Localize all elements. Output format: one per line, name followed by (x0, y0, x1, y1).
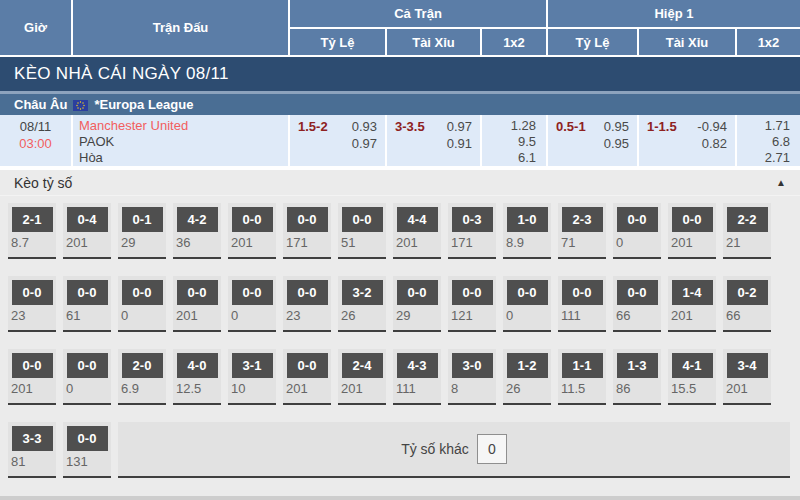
h1-handicap-odd-1: 0.95 (604, 118, 629, 135)
score-bet-cell[interactable]: 0-0111 (558, 276, 606, 332)
ft-overunder-cell[interactable]: 3-3.50.97 0.91 (387, 115, 480, 166)
score-bet-cell[interactable]: 4-115.5 (668, 349, 716, 405)
score-bet-cell[interactable]: 0-0201 (8, 349, 56, 405)
score-bet-cell[interactable]: 1-386 (613, 349, 661, 405)
collapse-triangle-icon[interactable]: ▲ (776, 177, 786, 188)
score-bet-cell[interactable]: 3-110 (228, 349, 276, 405)
score-bet-cell[interactable]: 0-066 (613, 276, 661, 332)
score-bet-cell[interactable]: 0-051 (338, 203, 386, 259)
score-odd: 12.5 (173, 378, 221, 396)
score-bet-cell[interactable]: 0-023 (283, 276, 331, 332)
score-chip: 3-4 (727, 353, 768, 378)
score-bet-cell[interactable]: 2-371 (558, 203, 606, 259)
score-bet-cell[interactable]: 2-221 (723, 203, 771, 259)
match-row: 08/11 03:00 Manchester United PAOK Hòa 1… (0, 115, 800, 166)
score-bet-cell[interactable]: 4-3111 (393, 349, 441, 405)
score-bet-cell[interactable]: 3-08 (448, 349, 496, 405)
correct-score-section-header[interactable]: Kèo tỷ số ▲ (0, 170, 800, 196)
score-bet-cell[interactable]: 0-061 (63, 276, 111, 332)
score-odd: 10 (228, 378, 276, 396)
score-bet-cell[interactable]: 1-111.5 (558, 349, 606, 405)
h1-overunder-line: 1-1.5 (647, 118, 677, 135)
h1-overunder-odd-2: 0.82 (702, 135, 727, 152)
score-bet-cell[interactable]: 1-4201 (668, 276, 716, 332)
h1-handicap-cell[interactable]: 0.5-10.95 0.95 (548, 115, 637, 166)
match-time-cell: 08/11 03:00 (0, 115, 71, 166)
score-chip: 4-4 (397, 207, 438, 232)
h1-1x2-cell[interactable]: 1.71 6.8 2.71 (737, 115, 800, 166)
score-bet-cell[interactable]: 0-023 (8, 276, 56, 332)
score-chip: 0-3 (452, 207, 493, 232)
score-chip: 4-2 (177, 207, 218, 232)
ft-handicap-odd-2: 0.97 (352, 135, 377, 152)
score-chip: 0-1 (122, 207, 163, 232)
score-bet-cell[interactable]: 1-08.9 (503, 203, 551, 259)
score-chip: 0-0 (287, 353, 328, 378)
score-bet-cell[interactable]: 3-4201 (723, 349, 771, 405)
score-chip: 1-4 (672, 280, 713, 305)
score-chip: 0-0 (562, 280, 603, 305)
score-chip: 0-0 (67, 353, 108, 378)
score-odd: 66 (613, 305, 661, 323)
score-bet-cell[interactable]: 0-00 (118, 276, 166, 332)
score-bet-cell[interactable]: 4-012.5 (173, 349, 221, 405)
score-odd: 81 (8, 451, 56, 469)
score-bet-cell[interactable]: 0-0201 (283, 349, 331, 405)
page-title: KÈO NHÀ CÁI NGÀY 08/11 (0, 55, 800, 91)
score-bet-cell[interactable]: 0-4201 (63, 203, 111, 259)
ft-handicap-cell[interactable]: 1.5-20.93 0.97 (290, 115, 385, 166)
home-team: Manchester United (79, 118, 288, 134)
score-bet-cell[interactable]: 3-226 (338, 276, 386, 332)
score-odd: 15.5 (668, 378, 716, 396)
score-chip: 4-1 (672, 353, 713, 378)
score-bet-cell[interactable]: 0-266 (723, 276, 771, 332)
score-bet-cell[interactable]: 2-18.7 (8, 203, 56, 259)
score-odd: 29 (393, 305, 441, 323)
score-bet-cell[interactable]: 0-0121 (448, 276, 496, 332)
score-row: 2-18.70-42010-1294-2360-02010-01710-0514… (8, 203, 790, 259)
score-bet-cell[interactable]: 0-00 (503, 276, 551, 332)
score-chip: 2-4 (342, 353, 383, 378)
score-odd: 121 (448, 305, 496, 323)
match-kickoff-time: 03:00 (0, 135, 71, 152)
score-bet-cell[interactable]: 2-06.9 (118, 349, 166, 405)
score-chip: 0-0 (287, 280, 328, 305)
match-date: 08/11 (0, 118, 71, 135)
score-bet-cell[interactable]: 0-00 (63, 349, 111, 405)
score-chip: 3-0 (452, 353, 493, 378)
score-bet-cell[interactable]: 0-00 (228, 276, 276, 332)
score-odd: 201 (63, 232, 111, 250)
score-row: 0-0230-0610-000-02010-000-0233-2260-0290… (8, 276, 790, 332)
h1-1x2-home: 1.71 (737, 118, 790, 134)
score-bet-cell[interactable]: 0-3171 (448, 203, 496, 259)
h1-1x2-away: 6.8 (737, 134, 790, 150)
score-bet-cell[interactable]: 0-0201 (668, 203, 716, 259)
score-bet-cell[interactable]: 2-4201 (338, 349, 386, 405)
score-chip: 0-0 (287, 207, 328, 232)
score-bet-cell[interactable]: 4-236 (173, 203, 221, 259)
score-bet-cell[interactable]: 4-4201 (393, 203, 441, 259)
ft-1x2-cell[interactable]: 1.28 9.5 6.1 (482, 115, 546, 166)
score-chip: 0-0 (67, 280, 108, 305)
score-odd: 71 (558, 232, 606, 250)
score-bet-cell[interactable]: 0-0201 (173, 276, 221, 332)
correct-score-section: Kèo tỷ số ▲ 2-18.70-42010-1294-2360-0201… (0, 170, 800, 500)
other-score-input[interactable] (477, 434, 507, 464)
score-chip: 0-0 (507, 280, 548, 305)
score-chip: 0-0 (232, 207, 273, 232)
ft-1x2-home: 1.28 (482, 118, 536, 134)
score-bet-cell[interactable]: 0-00 (613, 203, 661, 259)
match-teams-cell[interactable]: Manchester United PAOK Hòa (73, 115, 288, 166)
score-bet-cell[interactable]: 0-0131 (63, 422, 111, 478)
score-odd: 23 (283, 305, 331, 323)
score-odd: 171 (448, 232, 496, 250)
score-chip: 1-3 (617, 353, 658, 378)
score-bet-cell[interactable]: 3-381 (8, 422, 56, 478)
h1-overunder-cell[interactable]: 1-1.5-0.94 0.82 (639, 115, 735, 166)
score-bet-cell[interactable]: 0-129 (118, 203, 166, 259)
score-bet-cell[interactable]: 0-0201 (228, 203, 276, 259)
score-bet-cell[interactable]: 0-029 (393, 276, 441, 332)
score-bet-cell[interactable]: 1-226 (503, 349, 551, 405)
score-bet-cell[interactable]: 0-0171 (283, 203, 331, 259)
h1-overunder-odd-1: -0.94 (697, 118, 727, 135)
